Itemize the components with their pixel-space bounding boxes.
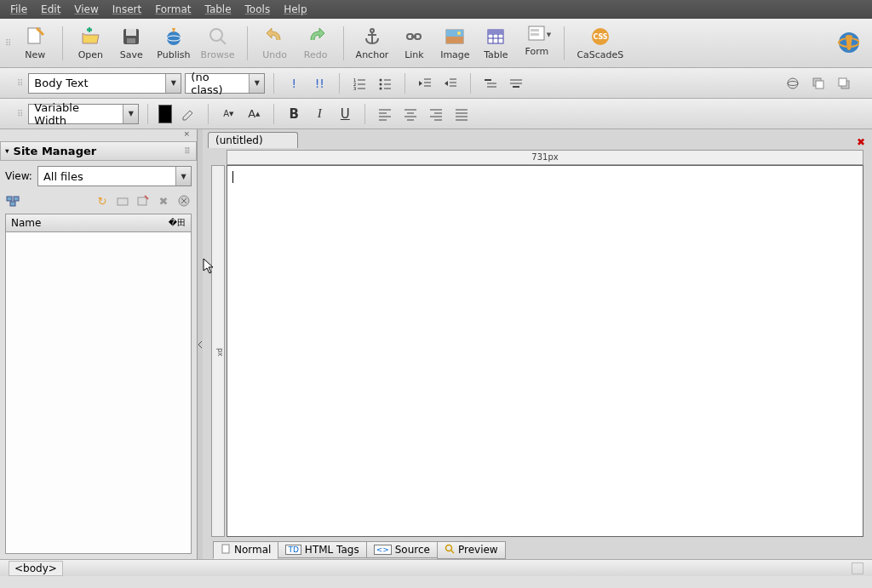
- menu-file[interactable]: File: [3, 2, 34, 17]
- publish-icon: [163, 26, 185, 48]
- paragraph-format-combo[interactable]: Body Text ▼: [28, 73, 181, 94]
- menu-view[interactable]: View: [67, 2, 105, 17]
- svg-rect-79: [10, 202, 15, 206]
- text-color-button[interactable]: [158, 105, 172, 123]
- refresh-icon[interactable]: ↻: [95, 193, 110, 208]
- ordered-list-button[interactable]: 123: [348, 73, 370, 94]
- table-icon: [485, 26, 507, 48]
- indent-button[interactable]: [439, 73, 462, 94]
- italic-button[interactable]: I: [308, 104, 330, 124]
- table-button[interactable]: Table: [477, 21, 514, 66]
- svg-rect-23: [488, 30, 503, 34]
- svg-point-37: [380, 78, 382, 81]
- double-exclaim-button[interactable]: !!: [308, 73, 330, 94]
- align-right-button[interactable]: [425, 104, 447, 124]
- status-element-path[interactable]: <body>: [9, 561, 63, 576]
- browse-icon: [207, 26, 229, 48]
- anchor-button[interactable]: Anchor: [353, 21, 393, 66]
- view-tab-source[interactable]: <> Source: [366, 541, 438, 558]
- resize-grip[interactable]: [852, 562, 863, 574]
- cascades-button[interactable]: CSS CaScadeS: [573, 21, 627, 66]
- save-button[interactable]: Save: [112, 21, 150, 66]
- align-center-button[interactable]: [399, 104, 422, 124]
- stop-icon[interactable]: [176, 193, 192, 208]
- undo-icon: [264, 26, 286, 48]
- outdent-button[interactable]: [414, 73, 436, 94]
- new-button[interactable]: New: [16, 21, 54, 66]
- decrease-font-button[interactable]: A▼: [217, 104, 239, 124]
- svg-point-56: [788, 81, 798, 85]
- browse-button[interactable]: Browse: [198, 21, 238, 66]
- svg-rect-81: [138, 197, 146, 205]
- single-exclaim-button[interactable]: !: [283, 73, 305, 94]
- new-folder-icon[interactable]: [115, 193, 130, 208]
- svg-rect-15: [446, 37, 463, 43]
- layer-front-button[interactable]: [833, 73, 855, 94]
- separator: [247, 26, 248, 60]
- document-tab[interactable]: (untitled): [208, 132, 298, 148]
- view-tab-normal[interactable]: Normal: [213, 541, 278, 559]
- file-list-header[interactable]: Name �田: [5, 214, 192, 232]
- view-tab-html[interactable]: TD HTML Tags: [278, 541, 366, 558]
- layer-back-button[interactable]: [807, 73, 829, 94]
- definition-desc-button[interactable]: [505, 73, 527, 94]
- highlight-color-button[interactable]: [177, 104, 199, 124]
- definition-term-button[interactable]: [479, 73, 502, 94]
- image-icon: [444, 26, 466, 48]
- link-button[interactable]: Link: [395, 21, 433, 66]
- view-selector-row: View: All files ▼: [0, 161, 197, 191]
- font-family-combo[interactable]: Variable Width ▼: [28, 104, 139, 124]
- menu-tools[interactable]: Tools: [238, 2, 278, 17]
- menu-edit[interactable]: Edit: [34, 2, 67, 17]
- menu-table[interactable]: Table: [198, 2, 238, 17]
- separator: [564, 26, 565, 60]
- align-left-button[interactable]: [374, 104, 396, 124]
- sites-icon[interactable]: [5, 193, 20, 208]
- file-list[interactable]: [5, 232, 192, 554]
- form-icon: [525, 23, 548, 44]
- svg-point-6: [210, 29, 222, 41]
- svg-line-7: [221, 39, 226, 44]
- publish-button[interactable]: Publish: [153, 21, 193, 66]
- separator: [62, 26, 63, 60]
- sidebar-toolbar: ↻ ✖: [0, 191, 197, 210]
- separator: [364, 104, 365, 124]
- undo-button[interactable]: Undo: [256, 21, 294, 66]
- menu-help[interactable]: Help: [277, 2, 313, 17]
- bold-button[interactable]: B: [283, 104, 305, 124]
- view-combo[interactable]: All files ▼: [37, 166, 192, 186]
- chevron-down-icon: ▼: [249, 74, 264, 93]
- site-manager-header[interactable]: Site Manager ⠿: [0, 141, 197, 161]
- view-tab-preview[interactable]: Preview: [437, 541, 506, 559]
- redo-button[interactable]: Redo: [297, 21, 335, 66]
- separator: [273, 73, 274, 94]
- image-button[interactable]: Image: [436, 21, 473, 66]
- delete-icon[interactable]: ✖: [156, 193, 171, 208]
- svg-line-87: [451, 551, 454, 553]
- open-button[interactable]: Open: [72, 21, 109, 66]
- svg-point-39: [380, 87, 382, 89]
- class-combo[interactable]: (no class) ▼: [185, 73, 265, 94]
- globe-small-icon[interactable]: [782, 73, 804, 94]
- align-justify-button[interactable]: [450, 104, 473, 124]
- rename-icon[interactable]: [135, 193, 151, 208]
- underline-button[interactable]: U: [334, 104, 356, 124]
- menu-insert[interactable]: Insert: [106, 2, 148, 17]
- svg-point-55: [788, 78, 798, 88]
- separator: [470, 73, 471, 94]
- editor-canvas[interactable]: [227, 165, 863, 537]
- app-throbber: [829, 21, 867, 66]
- form-button[interactable]: Form ▼: [518, 21, 555, 66]
- sidebar-close-button[interactable]: ×: [0, 129, 197, 141]
- column-picker-icon[interactable]: �田: [169, 217, 186, 229]
- tag-icon: TD: [285, 545, 301, 555]
- svg-rect-58: [816, 81, 823, 88]
- close-tab-button[interactable]: ✖: [857, 136, 872, 148]
- unordered-list-button[interactable]: [374, 73, 396, 94]
- increase-font-button[interactable]: A▲: [243, 104, 265, 124]
- svg-rect-60: [839, 78, 846, 86]
- menu-bar: File Edit View Insert Format Table Tools…: [0, 0, 872, 19]
- svg-text:CSS: CSS: [593, 33, 607, 41]
- menu-format[interactable]: Format: [148, 2, 198, 17]
- status-bar: <body>: [0, 559, 872, 576]
